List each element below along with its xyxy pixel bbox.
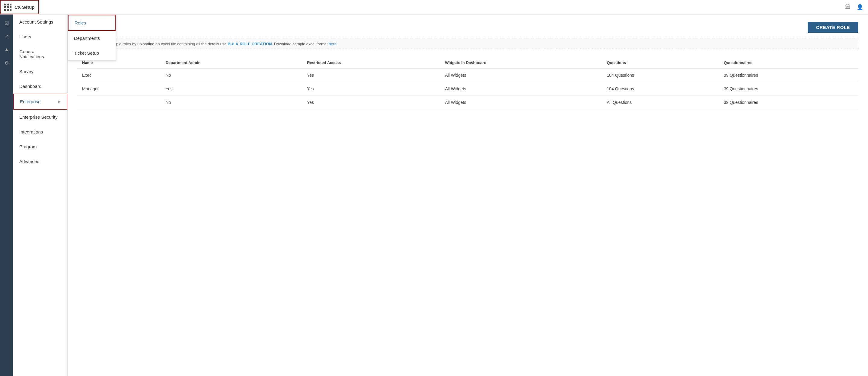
grid-icon	[4, 4, 11, 11]
cell-row0-col3: All Widgets	[440, 68, 602, 82]
create-role-button[interactable]: CREATE ROLE	[808, 22, 858, 33]
chevron-right-icon: ▶	[58, 100, 61, 104]
table-header-row: Name Department Admin Restricted Access …	[77, 57, 858, 68]
menu-item-general-notifications[interactable]: General Notifications	[13, 44, 67, 64]
cell-row2-col4: All Questions	[602, 96, 719, 109]
submenu-item-roles[interactable]: Roles	[68, 15, 116, 31]
table-row: ExecNoYesAll Widgets104 Questions39 Ques…	[77, 68, 858, 82]
info-banner: 💡 To create multiple roles by uploading …	[77, 38, 858, 50]
top-nav-right: 🏛 👤	[845, 4, 868, 10]
cell-row1-col3: All Widgets	[440, 82, 602, 96]
menu-item-account-settings[interactable]: Account Settings	[13, 15, 67, 29]
cell-row0-col1: No	[161, 68, 302, 82]
cell-row1-col4: 104 Questions	[602, 82, 719, 96]
left-menu: Account Settings Users General Notificat…	[13, 15, 68, 376]
app-title: CX Setup	[14, 4, 35, 10]
bulk-role-creation-link[interactable]: BULK ROLE CREATION.	[227, 42, 273, 46]
menu-item-program[interactable]: Program	[13, 139, 67, 154]
share-icon[interactable]: ↗	[1, 30, 13, 42]
cell-row2-col1: No	[161, 96, 302, 109]
col-restricted: Restricted Access	[302, 57, 440, 68]
cell-row2-col3: All Widgets	[440, 96, 602, 109]
menu-item-users[interactable]: Users	[13, 29, 67, 44]
cell-row1-col5: 39 Questionnaires	[719, 82, 858, 96]
table-row: NoYesAll WidgetsAll Questions39 Question…	[77, 96, 858, 109]
app-title-container[interactable]: CX Setup	[0, 0, 39, 14]
col-questions: Questions	[602, 57, 719, 68]
col-dept-admin: Department Admin	[161, 57, 302, 68]
top-nav: CX Setup 🏛 👤	[0, 0, 868, 15]
menu-item-advanced[interactable]: Advanced	[13, 154, 67, 169]
submenu-item-ticket-setup[interactable]: Ticket Setup	[68, 46, 116, 60]
sidebar: ☑ ↗ ▲ ⚙	[0, 15, 13, 376]
user-icon[interactable]: 👤	[857, 4, 863, 10]
page-header: 3 Roles CREATE ROLE	[77, 22, 858, 33]
table-row: ManagerYesYesAll Widgets104 Questions39 …	[77, 82, 858, 96]
col-widgets: Widgets In Dashboard	[440, 57, 602, 68]
roles-table: Name Department Admin Restricted Access …	[77, 57, 858, 109]
main-content: 3 Roles CREATE ROLE 💡 To create multiple…	[68, 15, 868, 376]
enterprise-submenu: Roles Departments Ticket Setup	[68, 15, 116, 61]
institution-icon[interactable]: 🏛	[845, 4, 850, 10]
chart-icon[interactable]: ▲	[1, 44, 13, 56]
users-config-icon[interactable]: ⚙	[1, 57, 13, 69]
col-questionnaires: Questionnaires	[719, 57, 858, 68]
submenu-item-departments[interactable]: Departments	[68, 31, 116, 46]
menu-item-enterprise[interactable]: Enterprise ▶	[13, 94, 67, 110]
cell-row1-col2: Yes	[302, 82, 440, 96]
cell-row0-col5: 39 Questionnaires	[719, 68, 858, 82]
cell-row0-col0: Exec	[77, 68, 161, 82]
tasks-icon[interactable]: ☑	[1, 17, 13, 29]
menu-item-enterprise-security[interactable]: Enterprise Security	[13, 110, 67, 124]
cell-row2-col0	[77, 96, 161, 109]
download-sample-link[interactable]: here.	[329, 42, 338, 46]
cell-row1-col0: Manager	[77, 82, 161, 96]
cell-row2-col5: 39 Questionnaires	[719, 96, 858, 109]
cell-row1-col1: Yes	[161, 82, 302, 96]
cell-row2-col2: Yes	[302, 96, 440, 109]
cell-row0-col2: Yes	[302, 68, 440, 82]
menu-item-integrations[interactable]: Integrations	[13, 124, 67, 139]
menu-item-survey[interactable]: Survey	[13, 64, 67, 79]
menu-item-dashboard[interactable]: Dashboard	[13, 79, 67, 94]
cell-row0-col4: 104 Questions	[602, 68, 719, 82]
